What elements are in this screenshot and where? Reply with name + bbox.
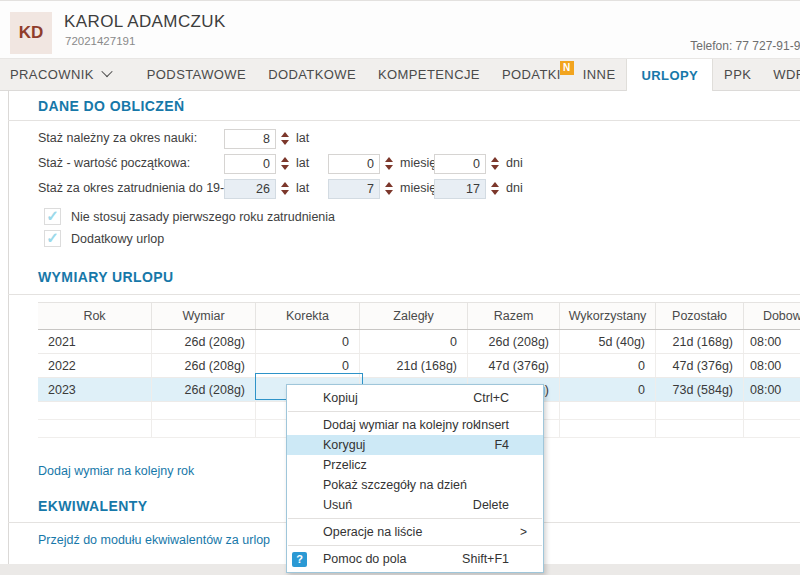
- table-cell: [560, 402, 656, 419]
- tab-label: DODATKOWE: [268, 67, 356, 82]
- menu-item-usun[interactable]: Usuń Delete: [287, 495, 543, 515]
- tab-urlopy[interactable]: URLOPY: [626, 59, 713, 91]
- menu-shortcut: F4: [494, 438, 509, 452]
- tab-podstawowe[interactable]: PODSTAWOWE: [136, 59, 257, 90]
- tab-dodatkowe[interactable]: DODATKOWE: [257, 59, 367, 90]
- table-cell[interactable]: 26d (208g): [468, 330, 560, 353]
- table-header-row: Rok Wymiar Korekta Zaległy Razem Wykorzy…: [38, 302, 800, 330]
- spinner-down-icon[interactable]: [281, 190, 289, 195]
- table-cell[interactable]: 21d (168g): [656, 330, 744, 353]
- tab-ppk[interactable]: PPK: [713, 59, 762, 90]
- spinner-arrows[interactable]: [281, 157, 290, 170]
- table-cell[interactable]: 08:00: [744, 330, 800, 353]
- checkbox-dodatkowy-urlop[interactable]: ✓ Dodatkowy urlop: [44, 230, 164, 247]
- table-cell[interactable]: 08:00: [744, 354, 800, 377]
- staz-nauki-lat-input[interactable]: [224, 129, 276, 149]
- table-cell[interactable]: 2022: [38, 354, 152, 377]
- spinner-down-icon[interactable]: [385, 190, 393, 195]
- table-cell[interactable]: 0: [256, 330, 360, 353]
- table-cell[interactable]: 0: [560, 354, 656, 377]
- spinner-arrows[interactable]: [281, 182, 290, 195]
- column-header-korekta[interactable]: Korekta: [256, 303, 360, 329]
- divider: [8, 294, 800, 295]
- menu-item-przelicz[interactable]: Przelicz: [287, 455, 543, 475]
- staz-poczatkowy-lat-input[interactable]: [224, 154, 276, 174]
- spinner-up-icon[interactable]: [385, 157, 393, 162]
- tab-label: PPK: [724, 67, 751, 82]
- staz-poczatkowy-miesiecy-input[interactable]: [328, 154, 380, 174]
- menu-item-pomoc-do-pola[interactable]: ? Pomoc do pola Shift+F1: [287, 549, 543, 569]
- table-cell[interactable]: 26d (208g): [152, 354, 256, 377]
- spinner-arrows[interactable]: [491, 157, 500, 170]
- table-cell[interactable]: 47d (376g): [656, 354, 744, 377]
- table-cell[interactable]: 47d (376g): [468, 354, 560, 377]
- spinner-arrows[interactable]: [385, 157, 394, 170]
- table-cell[interactable]: 5d (40g): [560, 330, 656, 353]
- spinner-down-icon[interactable]: [281, 140, 289, 145]
- column-header-razem[interactable]: Razem: [468, 303, 560, 329]
- ekwiwalenty-link[interactable]: Przejdź do modułu ekwiwalentów za urlop: [38, 533, 270, 547]
- unit-dni: dni: [506, 178, 523, 199]
- table-cell: [656, 420, 744, 437]
- menu-item-pokaz-szczegoly[interactable]: Pokaż szczegóły na dzień: [287, 475, 543, 495]
- tab-kompetencje[interactable]: KOMPETENCJE: [367, 59, 491, 90]
- table-cell: [744, 420, 800, 437]
- table-cell[interactable]: 0: [560, 378, 656, 401]
- tab-wdrozenie[interactable]: WDROŻENIE: [762, 59, 800, 90]
- spinner-down-icon[interactable]: [491, 165, 499, 170]
- column-header-zalegly[interactable]: Zaległy: [360, 303, 468, 329]
- table-cell[interactable]: 2023: [38, 378, 152, 401]
- column-header-rok[interactable]: Rok: [38, 303, 152, 329]
- table-cell[interactable]: 08:00: [744, 378, 800, 401]
- spinner-down-icon[interactable]: [491, 190, 499, 195]
- spinner-down-icon[interactable]: [281, 165, 289, 170]
- spinner-up-icon[interactable]: [281, 182, 289, 187]
- menu-item-kopiuj[interactable]: Kopiuj Ctrl+C: [287, 388, 543, 408]
- table-cell[interactable]: 73d (584g): [656, 378, 744, 401]
- checkbox-nie-stosuj-zasady[interactable]: ✓ Nie stosuj zasady pierwszego roku zatr…: [44, 208, 335, 225]
- column-header-pozostalo[interactable]: Pozostało: [656, 303, 744, 329]
- staz-zatrudnienia-lat-input[interactable]: [224, 179, 276, 199]
- column-header-dobowy-wymiar[interactable]: Dobowy wymiar: [744, 303, 800, 329]
- employee-header: KD KAROL ADAMCZUK 72021427191 Telefon: 7…: [0, 1, 800, 58]
- table-cell[interactable]: 21d (168g): [360, 354, 468, 377]
- add-wymiar-link[interactable]: Dodaj wymiar na kolejny rok: [38, 464, 194, 478]
- staz-poczatkowy-dni-input[interactable]: [434, 154, 486, 174]
- spinner-up-icon[interactable]: [281, 157, 289, 162]
- menu-item-operacje-na-liscie[interactable]: Operacje na liście >: [287, 522, 543, 542]
- check-icon: ✓: [46, 207, 59, 225]
- spinner-down-icon[interactable]: [385, 165, 393, 170]
- checkbox-box[interactable]: ✓: [44, 208, 61, 225]
- checkbox-label: Nie stosuj zasady pierwszego roku zatrud…: [71, 210, 335, 224]
- spinner-arrows[interactable]: [281, 132, 290, 145]
- spinner-up-icon[interactable]: [281, 132, 289, 137]
- spinner-up-icon[interactable]: [491, 157, 499, 162]
- spinner-arrows[interactable]: [491, 182, 500, 195]
- tab-pracownik[interactable]: PRACOWNIK: [0, 59, 122, 90]
- spinner-up-icon[interactable]: [385, 182, 393, 187]
- table-cell[interactable]: 26d (208g): [152, 378, 256, 401]
- menu-item-dodaj-wymiar[interactable]: Dodaj wymiar na kolejny rok Insert: [287, 415, 543, 435]
- table-cell[interactable]: 2021: [38, 330, 152, 353]
- tab-inne[interactable]: INNE: [572, 59, 627, 90]
- table-cell: [38, 402, 152, 419]
- staz-zatrudnienia-miesiecy-input[interactable]: [328, 179, 380, 199]
- column-header-wykorzystany[interactable]: Wykorzystany: [560, 303, 656, 329]
- menu-item-koryguj[interactable]: Koryguj F4: [287, 435, 543, 455]
- spinner-up-icon[interactable]: [491, 182, 499, 187]
- unit-lat: lat: [296, 178, 309, 199]
- table-cell: [560, 420, 656, 437]
- tab-podatki[interactable]: PODATKI N: [491, 59, 572, 90]
- checkbox-box[interactable]: ✓: [44, 230, 61, 247]
- table-row-2022[interactable]: 2022 26d (208g) 0 21d (168g) 47d (376g) …: [38, 354, 800, 378]
- section-title-ekwiwalenty: EKWIWALENTY: [38, 498, 147, 514]
- table-cell[interactable]: 0: [360, 330, 468, 353]
- staz-zatrudnienia-dni-input[interactable]: [434, 179, 486, 199]
- menu-shortcut: Shift+F1: [462, 552, 509, 566]
- checkbox-label: Dodatkowy urlop: [71, 232, 164, 246]
- table-cell[interactable]: 26d (208g): [152, 330, 256, 353]
- column-header-wymiar[interactable]: Wymiar: [152, 303, 256, 329]
- menu-shortcut: Delete: [473, 498, 509, 512]
- spinner-arrows[interactable]: [385, 182, 394, 195]
- table-row-2021[interactable]: 2021 26d (208g) 0 0 26d (208g) 5d (40g) …: [38, 330, 800, 354]
